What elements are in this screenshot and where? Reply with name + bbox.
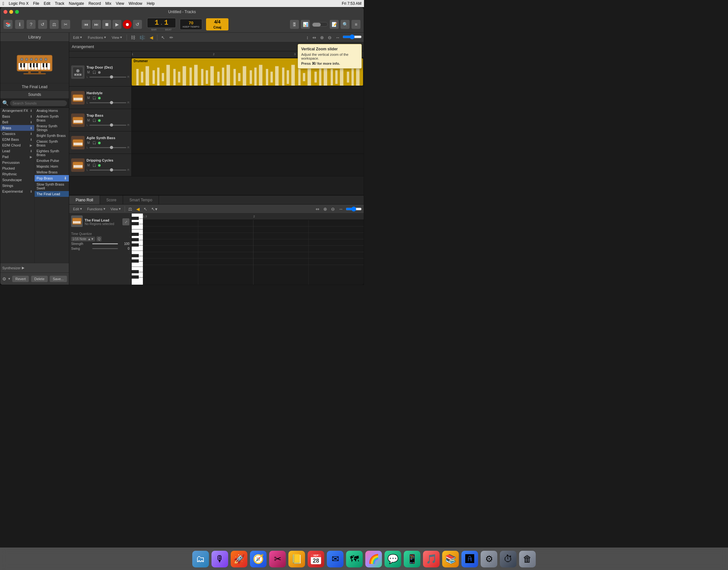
cat-item-lead[interactable]: Lead⬇ [0,148,34,154]
menu-track[interactable]: Track [55,1,64,6]
mute-btn-2[interactable]: M [86,96,90,100]
mute-btn-1[interactable]: M [86,70,90,74]
pr-edit-btn[interactable]: Edit▾ [71,206,84,212]
footer-arrow[interactable]: ▶ [22,266,24,270]
piano-roll-grid[interactable]: 1.3 2 [143,214,364,285]
mute-btn-3[interactable]: M [86,118,90,122]
zoom-in-btn[interactable]: ⊕ [319,34,325,41]
pr-zoom-out-btn[interactable]: ⊖ [330,206,336,212]
track-content-trap-bass[interactable] [132,109,364,131]
volume-slider-2[interactable] [89,102,126,103]
tab-score[interactable]: Score [100,196,123,204]
save-button[interactable]: Save... [50,276,67,282]
sound-eighties-synth-brass[interactable]: Eighties Synth Brass [35,148,69,158]
sound-bright-synth-brass[interactable]: Bright Synth Brass [35,133,69,138]
fit-tracks-btn[interactable]: ↕ [305,34,310,41]
volume-slider-1[interactable] [89,77,126,77]
cat-item-edm-bass[interactable]: EDM Bass⬇ [0,136,34,142]
functions-menu-btn[interactable]: Functions ▾ [86,35,108,40]
record-arm-1[interactable] [98,71,101,74]
tab-smart-tempo[interactable]: Smart Tempo [123,196,159,204]
cat-item-arrangement-fx[interactable]: Arrangement FX⬇ [0,108,34,113]
midi-btn[interactable]: 🎼 [138,34,146,41]
cat-item-percussion[interactable]: Percussion [0,160,34,166]
settings-arrow[interactable]: ▾ [8,277,10,281]
cat-item-soundscape[interactable]: Soundscape [0,177,34,183]
search-box[interactable]: 🔍 [0,99,69,108]
control-bar-btn[interactable]: ≡ [351,20,360,29]
library-btn[interactable]: 📚 [4,20,12,29]
headphone-btn-2[interactable]: 🎧 [92,96,97,100]
sound-slow-synth-brass-swell[interactable]: Slow Synth Brass Swell [35,182,69,191]
settings-icon[interactable]: ⚙ [2,276,6,281]
master-volume-slider[interactable] [312,22,328,27]
quantize-dropdown[interactable]: 1/16 Note ▲▼ [71,237,95,241]
swing-slider[interactable] [92,248,118,249]
pr-view-btn[interactable]: View▾ [109,206,123,212]
stop-btn[interactable]: ⏹ [102,20,111,29]
link-btn[interactable]: ⛓ [129,34,136,41]
cat-item-classics[interactable]: Classics⬇ [0,131,34,136]
edit-menu-btn[interactable]: Edit ▾ [71,35,84,40]
position-display[interactable]: 1.1 [147,18,176,28]
volume-slider-5[interactable] [89,170,126,171]
fast-forward-btn[interactable]: ⏭ [92,20,101,29]
sound-classic-synth-brass[interactable]: Classic Synth Brass [35,138,69,148]
menu-record[interactable]: Record [88,1,101,6]
mute-btn-5[interactable]: M [86,163,90,167]
pr-vertical-zoom-slider[interactable] [346,207,362,212]
pr-h-zoom-btn[interactable]: ↔ [337,206,344,212]
menu-file[interactable]: File [33,1,39,6]
cycle-btn[interactable]: ↺ [133,20,142,29]
rewind-btn[interactable]: ⏮ [82,20,91,29]
headphone-btn-5[interactable]: 🎧 [92,163,97,167]
pr-functions-btn[interactable]: Functions▾ [85,206,107,212]
record-arm-5[interactable] [98,164,101,167]
sound-analog-horns[interactable]: Analog Horns [35,108,69,113]
pr-cursor2-btn[interactable]: ↖▾ [150,206,159,212]
menu-window[interactable]: Window [128,1,142,6]
zoom-out-btn[interactable]: ⊖ [326,34,333,41]
maximize-button[interactable] [15,10,19,14]
track-content-hardstyle[interactable] [132,86,364,109]
revert-button[interactable]: Revert [12,276,29,282]
headphone-btn-3[interactable]: 🎧 [92,118,97,122]
track-content-agile-synth-bass[interactable] [132,131,364,154]
tab-piano-roll[interactable]: Piano Roll [69,196,100,204]
select-tool[interactable]: ↖ [160,34,166,41]
search-input[interactable] [10,100,67,106]
record-btn[interactable]: ⏺ [123,20,132,29]
cat-item-pad[interactable]: Pad▶ [0,154,34,160]
play-btn[interactable]: ▶ [112,20,121,29]
volume-slider-4[interactable] [89,147,126,148]
cat-item-experimental[interactable]: Experimental⬇ [0,189,34,194]
pr-expand-btn[interactable]: ⤢ [122,218,129,225]
tempo-display[interactable]: 70 KEEP TEMPO [180,19,202,30]
pr-cursor-btn[interactable]: ↖ [142,206,149,212]
signature-display[interactable]: 4/4 Cmaj [206,18,228,30]
h-zoom-btn[interactable]: ↔ [334,34,341,41]
left-zone-btn[interactable]: ◀ [148,34,154,41]
menu-mix[interactable]: Mix [105,1,111,6]
record-arm-2[interactable] [98,97,101,99]
help-btn[interactable]: ? [27,20,36,29]
sound-the-final-lead[interactable]: The Final Lead [35,191,69,197]
vertical-zoom-slider[interactable] [342,34,362,39]
apple-menu[interactable]:  [3,1,4,6]
undo-btn[interactable]: ↺ [38,20,47,29]
track-content-dripping-cycles[interactable] [132,154,364,176]
info-btn[interactable]: ℹ [15,20,24,29]
pr-midi-btn[interactable]: ⚖ [127,206,134,212]
volume-slider-3[interactable] [89,125,126,126]
cpu-btn[interactable]: 📊 [301,20,310,29]
mixer-btn[interactable]: ⚖ [50,20,59,29]
draw-tool[interactable]: ✏ [168,34,175,41]
note-pad-btn[interactable]: 📝 [330,20,339,29]
sound-majestic-horn[interactable]: Majestic Horn [35,164,69,169]
mute-btn-4[interactable]: M [86,141,90,145]
menu-help[interactable]: Help [147,1,155,6]
view-menu-btn[interactable]: View ▾ [110,35,124,40]
pr-left-btn[interactable]: ◀ [135,206,141,212]
cat-item-brass[interactable]: Brass⬇ [0,125,34,131]
cat-item-bass[interactable]: Bass⬇ [0,113,34,119]
